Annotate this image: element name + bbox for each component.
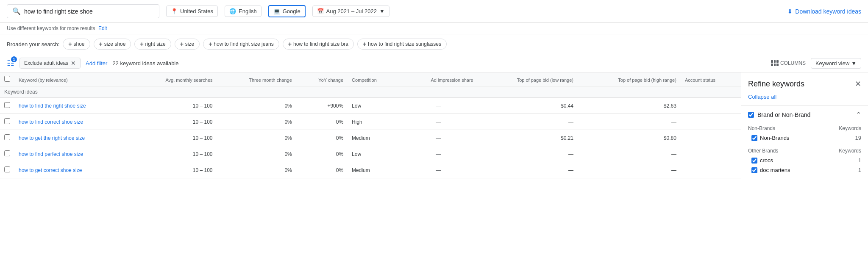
row-ad-impression: — <box>399 130 477 146</box>
crocs-item-left: crocs <box>751 157 773 164</box>
refine-item-left: Non-Brands <box>751 135 789 141</box>
plus-icon: + <box>140 41 143 47</box>
crocs-checkbox[interactable] <box>751 158 757 164</box>
row-checkbox-cell[interactable] <box>0 130 14 146</box>
refine-non-brands-header: Non-Brands Keywords <box>748 124 861 133</box>
col-top-high[interactable]: Top of page bid (high range) <box>578 72 681 86</box>
keyword-link[interactable]: how to find perfect shoe size <box>19 151 83 157</box>
row-checkbox-cell[interactable] <box>0 162 14 178</box>
location-filter[interactable]: 📍 United States <box>166 6 218 17</box>
brand-section-checkbox[interactable] <box>748 112 754 118</box>
keyword-link[interactable]: how to get correct shoe size <box>19 167 82 173</box>
row-avg-searches: 10 – 100 <box>131 130 217 146</box>
row-competition: High <box>348 114 399 130</box>
row-top-low: — <box>478 146 578 162</box>
row-account-status <box>681 114 741 130</box>
row-checkbox-cell[interactable] <box>0 98 14 114</box>
plus-icon: + <box>209 41 212 47</box>
row-checkbox[interactable] <box>4 150 10 156</box>
crocs-count: 1 <box>858 157 861 164</box>
language-filter[interactable]: 🌐 English <box>225 6 262 17</box>
columns-button[interactable]: COLUMNS <box>771 60 806 66</box>
table-row: how to find perfect shoe size 10 – 100 0… <box>0 146 741 162</box>
row-checkbox[interactable] <box>4 166 10 172</box>
collapse-all-button[interactable]: Collapse all <box>741 92 868 105</box>
broaden-chip-bra[interactable]: + how to find right size bra <box>283 39 354 50</box>
col-three-month[interactable]: Three month change <box>217 72 296 86</box>
keywords-count: 22 keyword ideas available <box>112 60 766 67</box>
row-yoy: +900% <box>296 98 348 114</box>
subtitle-bar: Use different keywords for more results … <box>0 23 868 34</box>
col-avg-searches[interactable]: Avg. monthly searches <box>131 72 217 86</box>
chip-label: shoe <box>73 41 84 47</box>
row-checkbox[interactable] <box>4 102 10 108</box>
edit-link[interactable]: Edit <box>98 25 107 31</box>
search-box[interactable]: 🔍 how to find right size shoe <box>7 4 159 18</box>
keyword-link[interactable]: how to get the right shoe size <box>19 135 85 141</box>
plus-icon: + <box>68 41 72 47</box>
keyword-view-button[interactable]: Keyword view ▼ <box>811 58 861 69</box>
refine-section-title-wrap: Brand or Non-Brand <box>748 111 810 118</box>
non-brands-checkbox[interactable] <box>751 135 757 141</box>
broaden-chip-right-size[interactable]: + right size <box>134 39 171 50</box>
broaden-chip-shoe[interactable]: + shoe <box>63 39 90 50</box>
broaden-chip-size-shoe[interactable]: + size shoe <box>94 39 131 50</box>
col-ad-impression[interactable]: Ad impression share <box>399 72 477 86</box>
row-checkbox[interactable] <box>4 118 10 124</box>
keyword-view-label: Keyword view <box>815 60 849 67</box>
row-yoy: 0% <box>296 146 348 162</box>
col-account-status[interactable]: Account status <box>681 72 741 86</box>
col-competition[interactable]: Competition <box>348 72 399 86</box>
exclude-close-icon[interactable]: ✕ <box>71 60 76 67</box>
chip-label: how to find right size sunglasses <box>368 41 441 47</box>
date-range-filter[interactable]: 📅 Aug 2021 – Jul 2022 ▼ <box>312 6 389 17</box>
engine-filter[interactable]: 💻 Google <box>268 5 306 17</box>
add-filter-button[interactable]: Add filter <box>86 60 107 67</box>
filter-icon-wrap[interactable]: ☷ 1 <box>7 58 14 68</box>
chevron-down-icon: ▼ <box>379 8 385 14</box>
refine-item-crocs: crocs 1 <box>748 155 861 165</box>
refine-close-button[interactable]: ✕ <box>855 79 861 89</box>
location-label: United States <box>180 8 213 14</box>
row-yoy: 0% <box>296 130 348 146</box>
top-bar: 🔍 how to find right size shoe 📍 United S… <box>0 0 868 23</box>
download-button[interactable]: ⬇ Download keyword ideas <box>787 8 861 15</box>
col-yoy[interactable]: YoY change <box>296 72 348 86</box>
crocs-label: crocs <box>760 157 773 164</box>
col-top-low[interactable]: Top of page bid (low range) <box>478 72 578 86</box>
language-icon: 🌐 <box>229 8 236 14</box>
refine-non-brands-subsection: Non-Brands Keywords Non-Brands 19 <box>741 124 868 146</box>
keyword-link[interactable]: how to find correct shoe size <box>19 119 83 125</box>
exclude-adult-pill[interactable]: Exclude adult ideas ✕ <box>19 58 81 69</box>
search-value: how to find right size shoe <box>24 8 154 15</box>
row-ad-impression: — <box>399 98 477 114</box>
refine-section-brand: Brand or Non-Brand ⌃ Non-Brands Keywords… <box>741 105 868 178</box>
refine-other-brands-subsection: Other Brands Keywords crocs 1 doc marten… <box>741 146 868 178</box>
table-row: how to find the right shoe size 10 – 100… <box>0 98 741 114</box>
row-account-status <box>681 130 741 146</box>
row-keyword: how to find perfect shoe size <box>14 146 131 162</box>
row-yoy: 0% <box>296 114 348 130</box>
broaden-chip-jeans[interactable]: + how to find right size jeans <box>203 39 279 50</box>
row-checkbox[interactable] <box>4 134 10 140</box>
select-all-checkbox[interactable] <box>4 76 10 82</box>
doc-martens-checkbox[interactable] <box>751 167 757 173</box>
broaden-chip-size[interactable]: + size <box>175 39 200 50</box>
broaden-chip-sunglasses[interactable]: + how to find right size sunglasses <box>357 39 447 50</box>
row-checkbox-cell[interactable] <box>0 114 14 130</box>
row-ad-impression: — <box>399 114 477 130</box>
chip-label: how to find right size bra <box>293 41 348 47</box>
select-all-header[interactable] <box>0 72 14 86</box>
group-header-row: Keyword ideas <box>0 86 741 98</box>
row-checkbox-cell[interactable] <box>0 146 14 162</box>
row-avg-searches: 10 – 100 <box>131 146 217 162</box>
row-avg-searches: 10 – 100 <box>131 162 217 178</box>
row-three-month: 0% <box>217 146 296 162</box>
row-avg-searches: 10 – 100 <box>131 98 217 114</box>
non-brands-header-right: Keywords <box>839 125 861 131</box>
refine-section-header-brand[interactable]: Brand or Non-Brand ⌃ <box>741 105 868 124</box>
keyword-link[interactable]: how to find the right shoe size <box>19 103 86 109</box>
col-keyword[interactable]: Keyword (by relevance) <box>14 72 131 86</box>
row-three-month: 0% <box>217 98 296 114</box>
non-brands-item-label: Non-Brands <box>760 135 789 141</box>
